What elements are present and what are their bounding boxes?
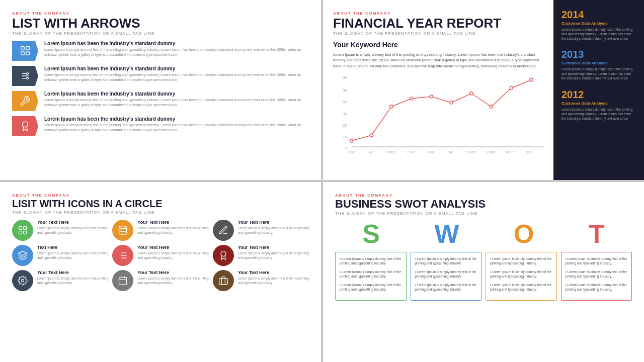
icon-grid: Your Text Here Lorem Ipsum is simply dum…: [12, 220, 309, 291]
arrow-icon-blue: [12, 41, 38, 61]
svg-marker-49: [19, 251, 27, 255]
circle-icon-box: [12, 220, 33, 241]
panel2-title: FINANCIAL YEAR REPORT: [333, 17, 543, 30]
line-chart: 60 50 40 30 20 10 0: [333, 74, 543, 154]
svg-text:Nine: Nine: [506, 150, 514, 154]
svg-text:Eight: Eight: [487, 150, 495, 154]
swot-col-w: Lorem Ipsum is simply dummy text of the …: [411, 252, 482, 301]
svg-rect-46: [19, 231, 22, 234]
svg-rect-62: [219, 279, 227, 285]
svg-point-26: [390, 105, 393, 108]
svg-point-8: [27, 77, 29, 79]
svg-point-7: [27, 73, 29, 75]
panel3-subtitle: THE SLOGAN OF THE PRESENTATION OR A SMAL…: [12, 210, 309, 215]
year-desc-2012: Lorem Ipsum is simply dummy text of the …: [561, 107, 636, 121]
panel-swot: ABOUT THE COMPANY BUSINESS SWOT ANALYSIS…: [323, 182, 644, 362]
swot-w-point-1: Lorem Ipsum is simply dummy text of the …: [415, 256, 477, 265]
panel1-title: LIST WITH ARROWS: [12, 17, 309, 30]
arrow-item-1: Lorem Ipsum has been the industry's stan…: [12, 41, 309, 61]
icon-item-5: Your Text Here Lorem Ipsum is simply dum…: [112, 245, 208, 266]
icon-item-2: Your Text Here Lorem Ipsum is simply dum…: [112, 220, 208, 241]
swot-s-point-2: Lorem Ipsum is simply dummy text of the …: [340, 269, 402, 279]
year-2014: 2014 Customer Data Analysis Lorem Ipsum …: [561, 9, 636, 41]
svg-text:Seven: Seven: [466, 150, 476, 154]
svg-point-24: [350, 139, 353, 142]
svg-text:20: 20: [343, 123, 348, 128]
svg-text:Two: Two: [367, 150, 373, 154]
svg-rect-58: [119, 277, 127, 285]
svg-point-28: [430, 95, 433, 98]
panel-financial-report: ABOUT THE COMPANY FINANCIAL YEAR REPORT …: [323, 0, 644, 180]
swot-t-point-1: Lorem Ipsum is simply dummy text of the …: [566, 256, 628, 265]
swot-letters-row: S W O T: [335, 221, 632, 247]
panel2-main: ABOUT THE COMPANY FINANCIAL YEAR REPORT …: [323, 0, 553, 180]
keyword-desc: Lorem Ipsum is simply dummy text of the …: [333, 52, 543, 69]
year-number-2013: 2013: [561, 49, 636, 60]
arrow-text-1: Lorem Ipsum has been the industry's stan…: [44, 41, 309, 57]
svg-point-25: [370, 134, 373, 137]
swot-o-point-2: Lorem Ipsum is simply dummy text of the …: [490, 269, 552, 279]
icon-item-1: Your Text Here Lorem Ipsum is simply dum…: [12, 220, 108, 241]
swot-o-point-3: Lorem Ipsum is simply dummy text of the …: [490, 283, 552, 292]
icon-item-9: Your Text Here Lorem Ipsum is simply dum…: [213, 270, 309, 291]
svg-text:30: 30: [343, 112, 348, 116]
about-label-4: ABOUT THE COMPANY: [335, 193, 632, 198]
svg-point-32: [510, 86, 513, 89]
panel3-title: LISIT WITH ICONS IN A CIRCLE: [12, 199, 309, 209]
svg-point-27: [410, 97, 413, 100]
svg-text:Six: Six: [448, 150, 453, 154]
year-title-2013: Customer Data Analysis: [561, 61, 636, 65]
keyword-title: Your Keyword Here: [333, 41, 543, 49]
svg-point-9: [23, 122, 28, 127]
swot-letter-o: O: [514, 221, 534, 247]
svg-rect-45: [24, 227, 27, 230]
icon-item-4: Text Here Lorem Ipsum is simply dummy te…: [12, 245, 108, 266]
swot-col-o: Lorem Ipsum is simply dummy text of the …: [486, 252, 557, 301]
year-desc-2014: Lorem Ipsum is simply dummy text of the …: [561, 27, 636, 41]
year-title-2014: Customer Data Analysis: [561, 21, 636, 26]
swot-columns: Lorem Ipsum is simply dummy text of the …: [335, 252, 632, 301]
arrow-icon-orange: [12, 91, 38, 111]
year-2013: 2013 Customer Data Analysis Lorem Ipsum …: [561, 49, 636, 80]
circle-icon-calendar: [112, 270, 133, 291]
panel4-subtitle: THE SLOGAN OF THE PRESENTATION OR A SMAL…: [335, 211, 632, 216]
panel-list-arrows: ABOUT THE COMPANY LIST WITH ARROWS THE S…: [0, 0, 321, 180]
svg-point-30: [470, 92, 473, 95]
swot-w-point-3: Lorem Ipsum is simply dummy text of the …: [415, 283, 477, 292]
svg-point-31: [490, 105, 493, 108]
swot-o-point-1: Lorem Ipsum is simply dummy text of the …: [490, 256, 552, 265]
svg-point-33: [530, 78, 533, 81]
year-number-2014: 2014: [561, 9, 636, 21]
icon-item-3: Your Text Here Lorem Ipsum is simply dum…: [213, 220, 309, 241]
svg-text:10: 10: [343, 135, 348, 139]
about-label-2: ABOUT THE COMPANY: [333, 11, 543, 16]
about-label-1: ABOUT THE COMPANY: [12, 11, 309, 16]
circle-icon-pen: [213, 220, 234, 241]
panel2-subtitle: THE SLOGAN OF THE PRESENTATION OR A SMAL…: [333, 31, 543, 36]
svg-point-48: [119, 226, 127, 229]
swot-s-point-3: Lorem Ipsum is simply dummy text of the …: [340, 283, 402, 292]
circle-icon-tools: [112, 245, 133, 266]
swot-col-t: Lorem Ipsum is simply dummy text of the …: [561, 252, 632, 301]
arrow-icon-dark: [12, 66, 38, 86]
circle-icon-layers: [12, 245, 33, 266]
svg-rect-0: [21, 47, 24, 50]
year-title-2012: Customer Data Analysis: [561, 101, 636, 106]
arrow-text-4: Lorem Ipsum has been the industry's stan…: [44, 116, 309, 133]
swot-s-point-1: Lorem Ipsum is simply dummy text of the …: [340, 256, 402, 265]
icon-item-8: Your Text Here Lorem Ipsum is simply dum…: [112, 270, 208, 291]
circle-icon-briefcase: [213, 270, 234, 291]
swot-w-point-2: Lorem Ipsum is simply dummy text of the …: [415, 269, 477, 279]
circle-icon-award: [213, 245, 234, 266]
svg-rect-2: [21, 52, 24, 55]
svg-rect-44: [19, 227, 22, 230]
svg-rect-3: [26, 52, 29, 55]
circle-icon-database: [112, 220, 133, 241]
arrow-icon-red: [12, 116, 38, 136]
swot-col-s: Lorem Ipsum is simply dummy text of the …: [335, 252, 407, 301]
svg-text:Five: Five: [427, 150, 434, 154]
swot-t-point-3: Lorem Ipsum is simply dummy text of the …: [566, 283, 628, 292]
arrow-item-2: Lorem Ipsum has been the industry's stan…: [12, 66, 309, 86]
arrow-text-3: Lorem Ipsum has been the industry's stan…: [44, 91, 309, 108]
panel1-subtitle: THE SLOGAN OF THE PRESENTATION OR A SMAL…: [12, 31, 309, 36]
